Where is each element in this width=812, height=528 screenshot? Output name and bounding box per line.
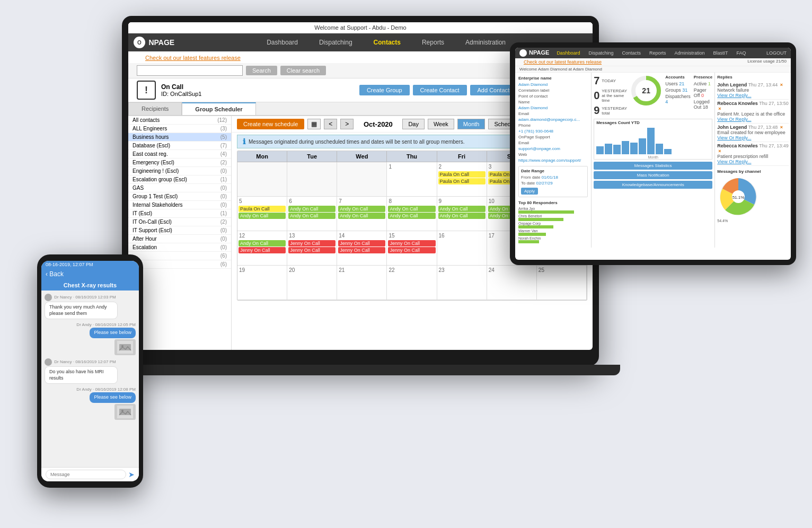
sidebar-item-all-contacts[interactable]: All contacts (12) [128,116,231,125]
tablet-mass-notif-button[interactable]: Mass Notification [594,171,712,179]
nav-reports[interactable]: Reports [411,36,455,49]
sidebar-item-it-support[interactable]: IT Support (Escl) (0) [128,226,231,235]
cal-cell-22[interactable]: 22 [387,266,437,300]
search-input[interactable] [137,65,243,76]
nav-contacts[interactable]: Contacts [363,36,411,49]
cal-event[interactable]: Andy On Call [338,206,385,212]
cal-cell-6[interactable]: 6 Andy On Call Andy On Call [287,197,337,231]
cal-cell-23[interactable]: 23 [437,266,487,300]
cal-cell-2[interactable]: 2 Paula On Call Paula On Call [437,162,487,197]
view-day-button[interactable]: Day [402,119,425,129]
cal-event[interactable]: Jenny On Call [239,247,286,253]
create-group-button[interactable]: Create Group [359,85,410,95]
cal-cell-13[interactable]: 13 Jenny On Call Jenny On Call [287,231,337,266]
create-schedule-button[interactable]: Create new schedule [237,119,304,129]
send-icon[interactable]: ➤ [128,470,135,479]
cal-cell-5[interactable]: 5 Paula On Call Andy On Call [237,197,287,231]
reply-link[interactable]: View Or Reply... [717,159,789,164]
reply-link[interactable]: View Or Reply... [717,93,789,98]
nav-administration[interactable]: Administration [455,36,516,49]
tablet-messages-stats-button[interactable]: Messages Statistics [594,162,712,170]
sidebar-item-emergency[interactable]: Emergency (Escl) (2) [128,159,231,167]
sidebar-item-after-hour[interactable]: After Hour (0) [128,235,231,243]
cal-event[interactable]: Jenny On Call [338,240,385,247]
tablet-nav-dispatching[interactable]: Dispatching [585,49,616,57]
sidebar-item-escalation[interactable]: Escalation (0) [128,243,231,252]
cal-event[interactable]: Jenny On Call [388,240,435,247]
cal-event[interactable]: Jenny On Call [288,240,336,247]
cal-cell-1[interactable]: 1 [387,162,437,197]
cal-event[interactable]: Jenny On Call [288,247,336,253]
phone-back-button[interactable]: ‹ Back [46,270,64,278]
tablet-knowledge-button[interactable]: Knowledgebase/Announcements [594,181,712,189]
tablet-nav-blastit[interactable]: BlastIT [710,49,731,57]
tablet-nav-dashboard[interactable]: Dashboard [553,49,583,57]
sidebar-item-engineering[interactable]: Engineering ! (Escl) (0) [128,167,231,175]
sidebar-item-internal[interactable]: Internal Stakeholders (0) [128,201,231,209]
sidebar-item-all-engineers[interactable]: ALL Engineers (3) [128,125,231,133]
sidebar-item-group1[interactable]: Group 1 Test (Escl) (0) [128,192,231,201]
sidebar-item-gas[interactable]: GAS (0) [128,184,231,192]
cal-event[interactable]: Paula On Call [239,206,286,212]
cal-cell-16[interactable]: 16 [437,231,487,266]
nav-dashboard[interactable]: Dashboard [256,36,308,49]
tablet-apply-button[interactable]: Apply [521,188,538,195]
sidebar-item-escalation-group[interactable]: Escalation group (Escl) (1) [128,175,231,184]
cal-cell-9[interactable]: 9 Andy On Call Andy On Call [437,197,487,231]
cal-cell-25[interactable]: 25 [537,266,587,300]
nav-dispatching[interactable]: Dispatching [308,36,363,49]
cal-event[interactable]: Jenny On Call [388,247,435,253]
sidebar-item-6b[interactable]: (6) [128,260,231,269]
tablet-nav-administration[interactable]: Administration [671,49,708,57]
reply-link[interactable]: View Or Reply... [717,135,789,140]
feature-link[interactable]: Check out our latest features release [137,53,249,63]
cal-event[interactable]: Paula On Call [438,178,486,184]
cal-event[interactable]: Andy On Call [338,213,385,219]
cal-cell-20[interactable]: 20 [287,266,337,300]
search-button[interactable]: Search [246,66,277,75]
cal-event[interactable]: Andy On Call [239,240,286,247]
cal-cell-21[interactable]: 21 [337,266,387,300]
cal-event[interactable]: Andy On Call [239,213,286,219]
cal-event[interactable]: Andy On Call [388,206,435,212]
view-week-button[interactable]: Week [428,119,454,129]
sidebar-item-business-hours[interactable]: Business hours (5) [128,133,231,142]
sidebar-item-east-coast[interactable]: East coast reg. (4) [128,150,231,159]
cal-event[interactable]: Andy On Call [438,213,486,219]
tab-recipients[interactable]: Recipients [128,102,182,115]
cal-cell-19[interactable]: 19 [237,266,287,300]
cal-cell-15[interactable]: 15 Jenny On Call Jenny On Call [387,231,437,266]
cal-cell-8[interactable]: 8 Andy On Call Andy On Call [387,197,437,231]
cal-event[interactable]: Paula On Call [438,171,486,178]
cal-event[interactable]: Andy On Call [438,206,486,212]
cal-event[interactable]: Jenny On Call [338,247,385,253]
phone-message-input[interactable] [46,470,126,479]
tablet-nav-reports[interactable]: Reports [646,49,669,57]
sidebar-item-database[interactable]: Database (Escl) (7) [128,142,231,150]
cal-cell[interactable] [287,162,337,197]
cal-cell-12[interactable]: 12 Andy On Call Jenny On Call [237,231,287,266]
clear-search-button[interactable]: Clear search [280,66,326,75]
prev-month-button[interactable]: < [324,119,337,129]
create-contact-button[interactable]: Create Contact [413,85,467,95]
cal-cell[interactable] [337,162,387,197]
cal-cell-7[interactable]: 7 Andy On Call Andy On Call [337,197,387,231]
tablet-logout[interactable]: LOGOUT [766,50,787,56]
sidebar-item-it-oncall[interactable]: IT On-Call (Escl) (2) [128,218,231,226]
tablet-nav-faq[interactable]: FAQ [734,49,749,57]
cal-event[interactable]: Andy On Call [288,213,336,219]
cal-cell-14[interactable]: 14 Jenny On Call Jenny On Call [337,231,387,266]
cal-event[interactable]: Andy On Call [388,213,435,219]
tab-group-scheduler[interactable]: Group Scheduler [182,102,255,115]
view-month-button[interactable]: Month [457,119,486,129]
cal-event[interactable]: Andy On Call [288,206,336,212]
sidebar-item-6a[interactable]: (6) [128,252,231,260]
tablet-nav-contacts[interactable]: Contacts [619,49,644,57]
sidebar-item-it-escl[interactable]: IT (Escl) (1) [128,209,231,218]
cal-cell[interactable] [237,162,287,197]
tablet-feature-link[interactable]: Check out our latest features release [519,59,606,65]
reply-link[interactable]: View Or Reply... [717,117,789,122]
calendar-grid-icon[interactable]: ▦ [307,119,321,129]
next-month-button[interactable]: > [340,119,354,129]
cal-cell-24[interactable]: 24 [487,266,537,300]
